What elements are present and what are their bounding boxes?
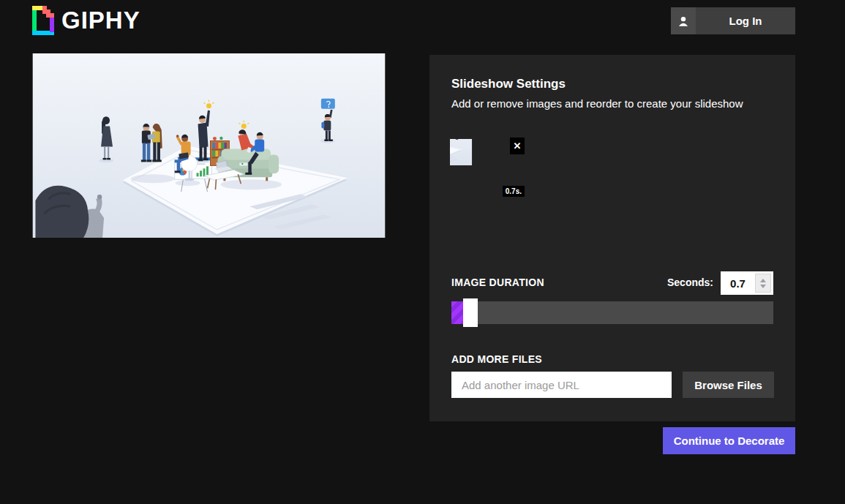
panel-title: Slideshow Settings [451, 77, 566, 91]
giphy-logo-icon [32, 6, 54, 35]
duration-input-wrap [721, 271, 773, 295]
image-duration-label: IMAGE DURATION [451, 277, 544, 288]
slideshow-preview-image [32, 53, 386, 238]
browse-files-button[interactable]: Browse Files [683, 372, 774, 398]
panel-subtitle: Add or remove images and reorder to crea… [451, 97, 743, 110]
slideshow-settings-panel: Slideshow Settings Add or remove images … [429, 55, 795, 421]
image-url-input[interactable] [451, 372, 672, 398]
slide-thumbnail[interactable]: ✕ 0.7s. [450, 138, 524, 198]
slide-duration-badge: 0.7s. [503, 186, 525, 197]
giphy-logo[interactable]: GIPHY [32, 6, 140, 35]
seconds-label: Seconds: [667, 277, 713, 288]
close-icon[interactable]: ✕ [510, 138, 525, 154]
add-more-files-label: ADD MORE FILES [451, 353, 542, 365]
giphy-slideshow-page: GIPHY Log In Slideshow Settings Add or r… [0, 0, 845, 504]
duration-slider-track[interactable] [451, 301, 773, 324]
duration-input[interactable] [721, 271, 755, 295]
continue-to-decorate-button[interactable]: Continue to Decorate [663, 427, 795, 454]
spinner-down-icon[interactable] [760, 285, 766, 288]
login-label: Log In [696, 7, 795, 34]
login-button[interactable]: Log In [671, 7, 795, 34]
team-illustration [32, 53, 386, 238]
user-icon [671, 7, 696, 34]
duration-slider-fill [451, 301, 463, 324]
duration-slider-handle[interactable] [463, 298, 478, 327]
spinner-up-icon[interactable] [760, 279, 766, 282]
brand-title: GIPHY [61, 6, 140, 35]
duration-spinner [755, 274, 771, 293]
